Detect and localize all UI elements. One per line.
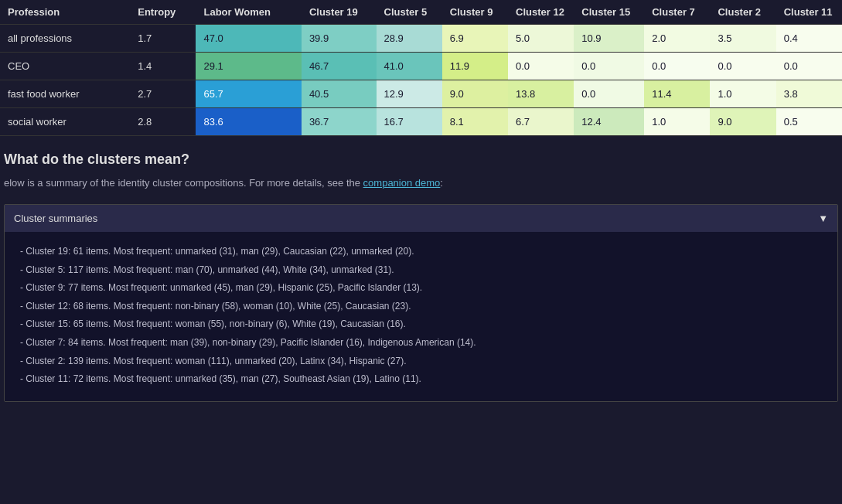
cluster-summary-item: - Cluster 2: 139 items. Most frequent: w… — [20, 353, 822, 370]
table-header-row: Profession Entropy Labor Women Cluster 1… — [0, 0, 842, 25]
header-entropy: Entropy — [130, 0, 196, 25]
cluster-summary-item: - Cluster 5: 117 items. Most frequent: m… — [20, 262, 822, 279]
cell-labor-women: 29.1 — [196, 53, 301, 80]
header-c12: Cluster 12 — [508, 0, 574, 25]
cluster-summaries-accordion: Cluster summaries ▼ - Cluster 19: 61 ite… — [4, 204, 838, 402]
cell-c9: 11.9 — [442, 53, 508, 80]
header-c7: Cluster 7 — [644, 0, 710, 25]
cluster-summary-item: - Cluster 7: 84 items. Most frequent: ma… — [20, 335, 822, 352]
cell-c15: 0.0 — [574, 53, 644, 80]
accordion-body: - Cluster 19: 61 items. Most frequent: u… — [5, 232, 837, 401]
desc-suffix: : — [440, 177, 443, 189]
accordion-header[interactable]: Cluster summaries ▼ — [5, 205, 837, 232]
data-table-section: Profession Entropy Labor Women Cluster 1… — [0, 0, 842, 136]
cell-c11: 0.4 — [776, 25, 842, 53]
profession-table: Profession Entropy Labor Women Cluster 1… — [0, 0, 842, 136]
table-row: CEO 1.4 29.1 46.7 41.0 11.9 0.0 0.0 0.0 … — [0, 53, 842, 80]
header-c11: Cluster 11 — [776, 0, 842, 25]
cell-c9: 8.1 — [442, 108, 508, 136]
desc-prefix: elow is a summary of the identity cluste… — [4, 177, 363, 189]
cell-c19: 36.7 — [302, 108, 377, 136]
header-c9: Cluster 9 — [442, 0, 508, 25]
cell-c2: 9.0 — [710, 108, 776, 136]
cell-c9: 6.9 — [442, 25, 508, 53]
table-row: all professions 1.7 47.0 39.9 28.9 6.9 5… — [0, 25, 842, 53]
cell-c12: 5.0 — [508, 25, 574, 53]
cell-c5: 12.9 — [377, 80, 442, 108]
cluster-summary-item: - Cluster 15: 65 items. Most frequent: w… — [20, 316, 822, 333]
cluster-summary-item: - Cluster 9: 77 items. Most frequent: un… — [20, 280, 822, 297]
cell-c2: 0.0 — [710, 53, 776, 80]
cell-c7: 11.4 — [644, 80, 710, 108]
cell-labor-women: 47.0 — [196, 25, 301, 53]
header-c15: Cluster 15 — [574, 0, 644, 25]
companion-demo-link[interactable]: companion demo — [363, 177, 441, 189]
cell-c11: 0.5 — [776, 108, 842, 136]
cell-c19: 46.7 — [302, 53, 377, 80]
clusters-title: What do the clusters mean? — [4, 152, 838, 168]
header-labor-women: Labor Women — [196, 0, 301, 25]
cell-c5: 16.7 — [377, 108, 442, 136]
cell-c15: 0.0 — [574, 80, 644, 108]
cell-c11: 3.8 — [776, 80, 842, 108]
cell-labor-women: 83.6 — [196, 108, 301, 136]
cell-profession: fast food worker — [0, 80, 130, 108]
cell-c19: 40.5 — [302, 80, 377, 108]
lower-section: What do the clusters mean? elow is a sum… — [0, 136, 842, 410]
cell-entropy: 1.4 — [130, 53, 196, 80]
cluster-summary-item: - Cluster 11: 72 items. Most frequent: u… — [20, 371, 822, 388]
cell-profession: CEO — [0, 53, 130, 80]
cell-c19: 39.9 — [302, 25, 377, 53]
header-profession: Profession — [0, 0, 130, 25]
cell-c12: 0.0 — [508, 53, 574, 80]
cell-entropy: 1.7 — [130, 25, 196, 53]
header-c19: Cluster 19 — [302, 0, 377, 25]
cell-c15: 12.4 — [574, 108, 644, 136]
cell-c2: 3.5 — [710, 25, 776, 53]
cluster-summary-item: - Cluster 12: 68 items. Most frequent: n… — [20, 298, 822, 315]
cell-c2: 1.0 — [710, 80, 776, 108]
cell-c7: 2.0 — [644, 25, 710, 53]
header-c5: Cluster 5 — [377, 0, 442, 25]
clusters-description: elow is a summary of the identity cluste… — [4, 177, 838, 189]
cell-c5: 28.9 — [377, 25, 442, 53]
cell-profession: all professions — [0, 25, 130, 53]
cell-entropy: 2.8 — [130, 108, 196, 136]
table-row: fast food worker 2.7 65.7 40.5 12.9 9.0 … — [0, 80, 842, 108]
cluster-summary-item: - Cluster 19: 61 items. Most frequent: u… — [20, 243, 822, 261]
cell-c7: 1.0 — [644, 108, 710, 136]
cell-c7: 0.0 — [644, 53, 710, 80]
cell-c9: 9.0 — [442, 80, 508, 108]
cell-profession: social worker — [0, 108, 130, 136]
accordion-title: Cluster summaries — [14, 213, 97, 224]
cell-entropy: 2.7 — [130, 80, 196, 108]
cell-c11: 0.0 — [776, 53, 842, 80]
cell-c12: 6.7 — [508, 108, 574, 136]
cell-labor-women: 65.7 — [196, 80, 301, 108]
header-c2: Cluster 2 — [710, 0, 776, 25]
cell-c5: 41.0 — [377, 53, 442, 80]
chevron-down-icon: ▼ — [818, 213, 828, 224]
cell-c15: 10.9 — [574, 25, 644, 53]
table-row: social worker 2.8 83.6 36.7 16.7 8.1 6.7… — [0, 108, 842, 136]
cell-c12: 13.8 — [508, 80, 574, 108]
